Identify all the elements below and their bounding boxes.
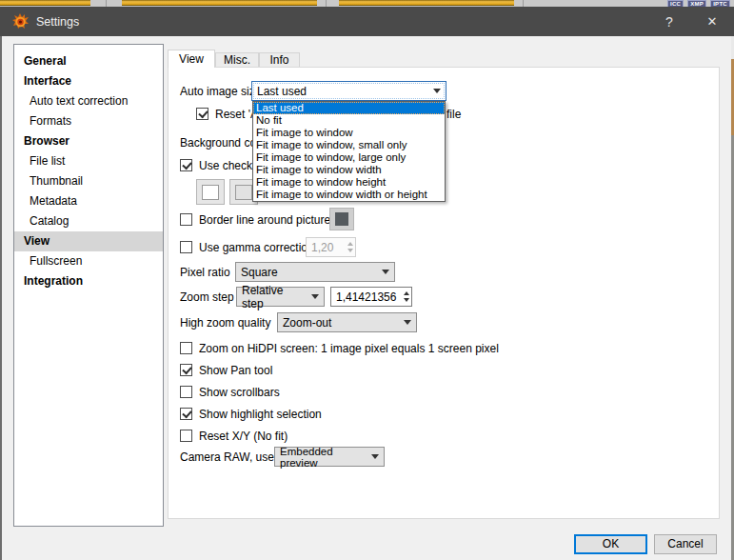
- dropdown-option-fit-large-only[interactable]: Fit image to window, large only: [253, 151, 445, 164]
- high-zoom-quality-label: High zoom quality: [180, 316, 270, 330]
- dropdown-option-no-fit[interactable]: No fit: [253, 114, 445, 127]
- close-icon[interactable]: ✕: [696, 7, 728, 36]
- settings-category-list: General Interface Auto text correction F…: [13, 44, 164, 527]
- highlight-selection-label: Show highlight selection: [199, 408, 322, 421]
- border-color-swatch: [335, 212, 348, 226]
- color-swatch-white: [202, 185, 219, 200]
- chevron-down-icon: [311, 294, 319, 303]
- view-settings-panel: Auto image size Last used Reset 'Au file…: [168, 67, 720, 519]
- ok-button[interactable]: OK: [574, 534, 647, 554]
- sidebar-item-file-list[interactable]: File list: [14, 151, 163, 171]
- gamma-row: Use gamma correction: [180, 240, 314, 254]
- zoom-step-mode-value: Relative step: [242, 284, 307, 310]
- gamma-value: 1,20: [311, 241, 333, 254]
- chevron-down-icon: [382, 270, 389, 278]
- gamma-value-spinner[interactable]: 1,20: [306, 237, 356, 257]
- hidpi-label: Zoom on HiDPI screen: 1 image pixel equa…: [199, 342, 499, 355]
- dropdown-option-fit-window[interactable]: Fit image to window: [253, 127, 445, 139]
- reset-xy-checkbox[interactable]: [180, 430, 192, 442]
- zoom-step-mode-combobox[interactable]: Relative step: [236, 287, 325, 307]
- scrollbars-row: Show scrollbars: [180, 385, 280, 399]
- sidebar-item-auto-text-correction[interactable]: Auto text correction: [14, 91, 163, 111]
- gamma-checkbox[interactable]: [180, 241, 192, 253]
- border-line-label: Border line around picture: [199, 213, 330, 227]
- toolbar-button-edge: [0, 0, 90, 6]
- toolbar-button-edge: [122, 0, 317, 6]
- sidebar-item-interface[interactable]: Interface: [14, 71, 163, 91]
- sidebar-item-browser[interactable]: Browser: [14, 131, 163, 151]
- help-button[interactable]: ?: [653, 7, 685, 36]
- dropdown-option-fit-small-only[interactable]: Fit image to window, small only: [253, 139, 445, 151]
- sidebar-item-catalog[interactable]: Catalog: [14, 211, 163, 231]
- xnview-logo-icon: [12, 13, 29, 30]
- dropdown-option-fit-height[interactable]: Fit image to window height: [253, 176, 445, 189]
- pan-tool-row: Show Pan tool: [180, 363, 272, 377]
- highlight-selection-checkbox[interactable]: [180, 408, 192, 420]
- toolbar-separator: [326, 0, 327, 7]
- dropdown-option-last-used[interactable]: Last used: [253, 102, 445, 114]
- sidebar-item-thumbnail[interactable]: Thumbnail: [14, 171, 163, 191]
- dialog-left-edge: [0, 36, 2, 560]
- color-swatch-gray: [235, 185, 252, 200]
- color-swatch-button-1[interactable]: [196, 179, 225, 205]
- spinner-arrows-icon: [399, 289, 409, 305]
- reset-auto-checkbox[interactable]: [196, 108, 208, 120]
- dropdown-option-fit-width[interactable]: Fit image to window width: [253, 164, 445, 176]
- sidebar-item-view[interactable]: View: [14, 231, 163, 251]
- tab-misc[interactable]: Misc.: [215, 52, 259, 68]
- pixel-ratio-value: Square: [241, 266, 378, 279]
- gamma-label: Use gamma correction: [199, 241, 314, 254]
- hidpi-row: Zoom on HiDPI screen: 1 image pixel equa…: [180, 341, 499, 355]
- auto-image-size-dropdown-list: Last used No fit Fit image to window Fit…: [252, 101, 446, 202]
- pan-tool-checkbox[interactable]: [180, 364, 192, 376]
- auto-image-size-combobox[interactable]: Last used: [251, 81, 446, 101]
- sidebar-item-formats[interactable]: Formats: [14, 111, 163, 131]
- sidebar-item-general[interactable]: General: [14, 51, 163, 71]
- pan-tool-label: Show Pan tool: [199, 364, 272, 377]
- sidebar-item-fullscreen[interactable]: Fullscreen: [14, 251, 163, 271]
- hidpi-checkbox[interactable]: [180, 342, 192, 354]
- chevron-down-icon: [433, 89, 441, 97]
- toolbar-separator: [523, 0, 524, 7]
- use-checkboard-checkbox[interactable]: [180, 159, 192, 171]
- dropdown-option-fit-width-or-height[interactable]: Fit image to window width or height: [253, 189, 445, 201]
- dialog-title: Settings: [36, 15, 79, 29]
- camera-raw-label: Camera RAW, use: [180, 450, 274, 464]
- border-color-swatch-button[interactable]: [329, 208, 354, 230]
- scrollbars-checkbox[interactable]: [180, 386, 192, 398]
- sidebar-item-metadata[interactable]: Metadata: [14, 191, 163, 211]
- toolbar-separator: [106, 0, 107, 7]
- border-line-row: Border line around picture: [180, 212, 330, 227]
- reset-xy-row: Reset X/Y (No fit): [180, 429, 288, 443]
- dialog-titlebar[interactable]: Settings ? ✕: [0, 7, 734, 36]
- scrollbars-label: Show scrollbars: [199, 386, 280, 399]
- toolbar-button-edge: [339, 0, 514, 6]
- pixel-ratio-label: Pixel ratio: [180, 266, 230, 279]
- background-app-toolbar: ICC XMP IPTC: [0, 0, 734, 7]
- auto-image-size-label: Auto image size: [180, 85, 261, 98]
- reset-auto-label-right: file: [446, 108, 461, 121]
- high-zoom-quality-combobox[interactable]: Zoom-out: [277, 312, 417, 332]
- high-zoom-quality-value: Zoom-out: [283, 316, 400, 330]
- chevron-down-icon: [371, 454, 379, 463]
- settings-dialog: ICC XMP IPTC Settings ? ✕ General Interf…: [0, 0, 734, 560]
- tab-info[interactable]: Info: [259, 52, 300, 68]
- zoom-step-value-spinner[interactable]: 1,41421356: [330, 287, 412, 307]
- zoom-step-label: Zoom step: [180, 290, 234, 304]
- cancel-button[interactable]: Cancel: [654, 534, 717, 554]
- auto-image-size-value: Last used: [257, 85, 429, 98]
- camera-raw-value: Embedded preview: [280, 446, 367, 469]
- zoom-step-value: 1,41421356: [336, 290, 396, 304]
- reset-xy-label: Reset X/Y (No fit): [199, 430, 288, 443]
- border-line-checkbox[interactable]: [180, 213, 192, 226]
- camera-raw-combobox[interactable]: Embedded preview: [274, 447, 385, 467]
- spinner-arrows-icon: [343, 239, 353, 255]
- chevron-down-icon: [404, 320, 411, 329]
- sidebar-item-integration[interactable]: Integration: [14, 271, 163, 291]
- pixel-ratio-combobox[interactable]: Square: [235, 262, 395, 282]
- tab-view[interactable]: View: [168, 50, 215, 68]
- highlight-selection-row: Show highlight selection: [180, 407, 322, 421]
